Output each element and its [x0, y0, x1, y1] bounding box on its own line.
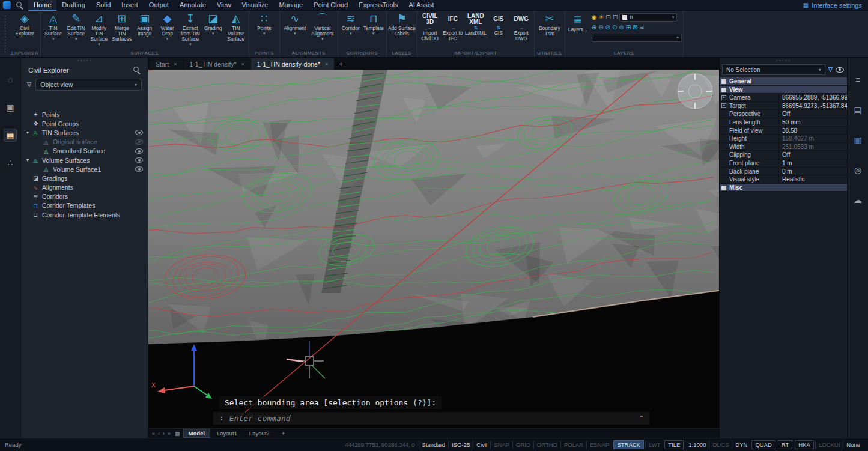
- close-icon[interactable]: ×: [325, 61, 328, 67]
- layer-state-select[interactable]: ▾: [592, 34, 682, 42]
- status-toggle[interactable]: QUAD: [751, 440, 775, 449]
- layer-tool-icon[interactable]: ⊘: [605, 24, 610, 31]
- materials-panel-icon[interactable]: ◎: [851, 163, 864, 177]
- command-input[interactable]: ∶ Enter command ^: [213, 412, 649, 425]
- search-panel-icon[interactable]: ◌: [4, 73, 17, 86]
- property-row[interactable]: Height 158.4027 m: [720, 135, 847, 143]
- property-value[interactable]: 1 m: [778, 159, 847, 167]
- status-toggle[interactable]: SNAP: [490, 441, 512, 449]
- status-toggle[interactable]: ESNAP: [586, 441, 612, 449]
- close-icon[interactable]: ×: [241, 61, 244, 67]
- tree-item[interactable]: ⊓ Corridor Templates: [21, 201, 148, 210]
- menu-item[interactable]: AI Assist: [403, 0, 439, 11]
- details-panel-icon[interactable]: ▥: [851, 133, 864, 147]
- layer-tool-icon[interactable]: ⊕: [592, 24, 596, 31]
- ribbon-button[interactable]: ⊞ Merge TIN Surfaces: [111, 11, 133, 46]
- layout-tab[interactable]: Model: [183, 429, 210, 438]
- expander-icon[interactable]: ▾: [26, 130, 33, 135]
- property-row[interactable]: + Camera 866955.2889, -51366.9997,: [720, 94, 847, 102]
- status-toggle[interactable]: ISO-25: [448, 441, 473, 449]
- search-icon[interactable]: [16, 1, 23, 9]
- navigation-compass[interactable]: [678, 74, 712, 109]
- property-value[interactable]: 38.58: [778, 127, 847, 135]
- explorer-panel-icon[interactable]: ▦: [4, 129, 17, 142]
- expand-box-icon[interactable]: +: [721, 103, 726, 108]
- search-icon[interactable]: [133, 66, 141, 74]
- layout-tab[interactable]: Layout2: [244, 429, 275, 438]
- ribbon-logo-button[interactable]: DWG → Export DWG: [510, 11, 533, 41]
- tree-item[interactable]: ▾ ◬ TIN Surfaces: [21, 128, 148, 137]
- menu-item[interactable]: Annotate: [174, 0, 211, 11]
- ribbon-button[interactable]: ≋ Corridor ▾: [339, 11, 362, 35]
- property-value[interactable]: Realistic: [778, 175, 847, 183]
- visibility-eye-icon[interactable]: [135, 166, 143, 172]
- status-toggle[interactable]: RT: [778, 440, 793, 449]
- layer-tool-icon[interactable]: ⊙: [612, 24, 617, 31]
- menu-item[interactable]: Drafting: [56, 0, 91, 11]
- tree-item[interactable]: ❖ Point Groups: [21, 119, 148, 128]
- property-row[interactable]: Field of view 38.58: [720, 127, 847, 135]
- document-tab[interactable]: 1-1_TIN densify-done* ×: [251, 58, 334, 70]
- ribbon-button[interactable]: ✎ Edit TIN Surface ▾: [65, 11, 88, 41]
- terrain-3d-view[interactable]: X: [148, 70, 719, 428]
- property-value[interactable]: Off: [778, 151, 847, 159]
- layout-nav-icon[interactable]: «: [151, 431, 156, 437]
- status-toggle[interactable]: GRID: [512, 441, 533, 449]
- layer-tool-icon[interactable]: ⊠: [633, 24, 637, 31]
- ribbon-button[interactable]: ✂ Boundary Trim: [536, 11, 563, 41]
- structure-panel-icon[interactable]: ∴: [4, 156, 17, 169]
- property-row[interactable]: Width 251.0533 m: [720, 143, 847, 151]
- property-value[interactable]: 0 m: [778, 168, 847, 175]
- layout-nav-icon[interactable]: »: [166, 431, 172, 437]
- ribbon-button[interactable]: ↧ Extract from TIN Surface ▾: [179, 11, 202, 46]
- document-tab[interactable]: 1-1_TIN densify* ×: [183, 58, 250, 70]
- status-toggle[interactable]: 1:1000: [685, 441, 709, 449]
- layout-nav-icon[interactable]: ›: [162, 431, 166, 437]
- property-row[interactable]: Back plane 0 m: [720, 168, 847, 176]
- ribbon-logo-button[interactable]: IFC → Export to IFC: [442, 11, 464, 41]
- ribbon-button[interactable]: ▣ Assign Image: [133, 11, 156, 41]
- layout-tab[interactable]: +: [276, 429, 291, 438]
- layer-tool-icon[interactable]: ⊚: [619, 24, 624, 31]
- property-row[interactable]: General: [720, 77, 847, 86]
- ribbon-button[interactable]: ◈ Civil Explorer: [11, 11, 38, 41]
- status-toggle[interactable]: TILE: [664, 440, 684, 449]
- status-toggle[interactable]: LOCKUI: [815, 441, 843, 449]
- property-row[interactable]: Front plane 1 m: [720, 159, 847, 168]
- property-value[interactable]: 158.4027 m: [778, 135, 847, 142]
- menu-item[interactable]: Home: [28, 0, 56, 11]
- layout-nav-icon[interactable]: ‹: [157, 431, 161, 437]
- layers-manager-button[interactable]: ≣ Layers...: [566, 12, 589, 32]
- property-row[interactable]: Lens length 50 mm: [720, 118, 847, 127]
- tree-item[interactable]: ✦ Points: [21, 110, 148, 119]
- sheets-panel-icon[interactable]: ▤: [851, 103, 864, 117]
- interface-settings-button[interactable]: ▦ Interface settings: [803, 2, 868, 9]
- menu-item[interactable]: Insert: [116, 0, 144, 11]
- property-value[interactable]: 251.0533 m: [778, 143, 847, 151]
- layer-select[interactable]: 0 ▾: [619, 13, 677, 22]
- status-toggle[interactable]: STRACK: [613, 440, 644, 449]
- tree-item[interactable]: ≋ Corridors: [21, 192, 148, 201]
- property-row[interactable]: Perspective Off: [720, 110, 847, 118]
- status-toggle[interactable]: ORTHO: [533, 441, 560, 449]
- visibility-eye-icon[interactable]: [135, 130, 143, 135]
- expander-icon[interactable]: ▾: [26, 157, 33, 163]
- filter-funnel-icon[interactable]: ∇: [27, 81, 31, 89]
- status-toggle[interactable]: None: [843, 441, 863, 449]
- hamburger-menu-icon[interactable]: ≡: [851, 73, 864, 86]
- tree-item[interactable]: ▾ ◬ Volume Surfaces: [21, 156, 148, 165]
- cloud-panel-icon[interactable]: ☁: [851, 193, 864, 207]
- menu-item[interactable]: Output: [144, 0, 174, 11]
- ribbon-button[interactable]: ∿ Alignment ▾: [281, 11, 309, 35]
- property-row[interactable]: Misc: [720, 184, 847, 192]
- property-value[interactable]: 866955.2889, -51366.9997,: [778, 94, 847, 101]
- drawing-viewport[interactable]: X Select bounding area [selection option…: [148, 70, 719, 428]
- status-toggle[interactable]: Standard: [419, 441, 449, 449]
- ribbon-logo-button[interactable]: GIS ⇅ GIS: [487, 11, 510, 36]
- menu-item[interactable]: ExpressTools: [353, 0, 403, 11]
- ribbon-button[interactable]: ◬ TIN Surface ▾: [42, 11, 65, 41]
- layer-state-icon[interactable]: ⊟: [613, 14, 618, 21]
- visibility-eye-icon[interactable]: [135, 157, 143, 163]
- menu-item[interactable]: Manage: [273, 0, 308, 11]
- view-mode-select[interactable]: Object view ▾: [35, 79, 142, 91]
